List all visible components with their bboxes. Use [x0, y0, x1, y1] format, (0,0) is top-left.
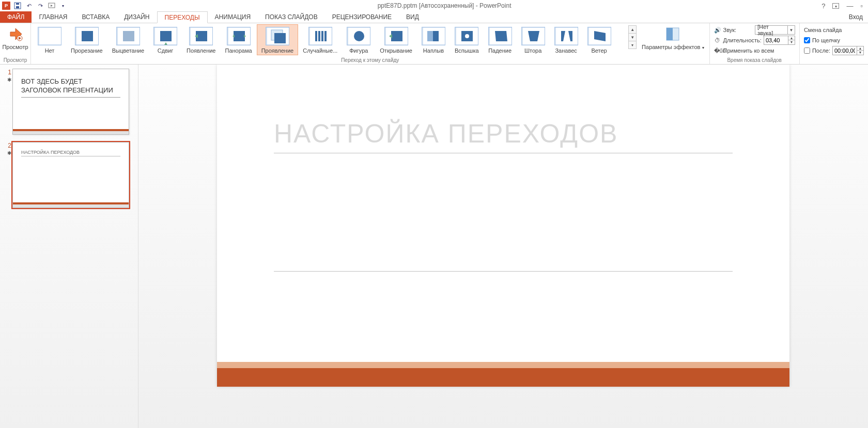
- thumb-slide-1[interactable]: ВОТ ЗДЕСЬ БУДЕТ ЗАГОЛОВОК ПРЕЗЕНТАЦИИ: [12, 69, 129, 135]
- svg-point-32: [354, 31, 364, 41]
- start-from-beginning-icon[interactable]: [48, 2, 56, 10]
- transition-indicator-icon: ✱: [7, 77, 11, 83]
- transition-curtain[interactable]: Занавес: [550, 24, 583, 55]
- minimize-icon[interactable]: —: [846, 2, 853, 10]
- transition-label: Наплыв: [423, 47, 444, 54]
- svg-rect-38: [433, 31, 439, 41]
- after-checkbox[interactable]: [804, 47, 810, 54]
- transition-none[interactable]: Нет: [33, 24, 66, 55]
- svg-rect-52: [667, 28, 673, 40]
- transition-fall-icon: [488, 27, 512, 45]
- redo-icon[interactable]: ↷: [36, 2, 44, 10]
- transition-split-icon: [227, 27, 251, 45]
- transition-flash-icon: [455, 27, 478, 45]
- transition-split[interactable]: Панорама: [220, 24, 256, 55]
- transition-push-icon: [153, 27, 177, 45]
- transition-random-icon: [308, 27, 332, 45]
- transition-push[interactable]: Сдвиг: [149, 24, 182, 55]
- transition-reveal[interactable]: Проявление: [257, 24, 299, 55]
- svg-rect-10: [82, 31, 93, 41]
- spin-up-icon[interactable]: ▲: [857, 46, 863, 51]
- transition-shape[interactable]: Фигура: [342, 24, 375, 55]
- qat-dropdown-icon[interactable]: ▾: [59, 2, 67, 10]
- on-click-checkbox[interactable]: [804, 37, 810, 43]
- svg-rect-14: [160, 31, 172, 41]
- gallery-up-icon[interactable]: ▲: [628, 25, 637, 34]
- transition-cut[interactable]: Прорезание: [66, 24, 107, 55]
- after-input[interactable]: [833, 47, 857, 54]
- transition-drape[interactable]: Штора: [517, 24, 550, 55]
- svg-marker-4: [51, 5, 53, 7]
- tab-review[interactable]: РЕЦЕНЗИРОВАНИЕ: [325, 11, 399, 23]
- spin-down-icon[interactable]: ▼: [788, 40, 795, 44]
- duration-input[interactable]: [764, 37, 788, 43]
- tab-transitions[interactable]: ПЕРЕХОДЫ: [157, 11, 208, 23]
- group-preview-label: Просмотр: [2, 57, 28, 64]
- transition-wipe-icon: [189, 27, 213, 45]
- preview-button[interactable]: Просмотр: [2, 24, 28, 51]
- app-icon[interactable]: P: [2, 2, 10, 10]
- thumb-title: НАСТРОЙКА ПЕРЕХОДОВ: [21, 150, 120, 156]
- spin-down-icon[interactable]: ▼: [857, 51, 863, 55]
- tab-file[interactable]: ФАЙЛ: [0, 11, 32, 23]
- transition-cover[interactable]: Наплыв: [417, 24, 450, 55]
- duration-spinner[interactable]: ▲▼: [764, 36, 795, 45]
- group-advance-label: [802, 57, 866, 64]
- workspace: 1✱ ВОТ ЗДЕСЬ БУДЕТ ЗАГОЛОВОК ПРЕЗЕНТАЦИИ…: [0, 65, 868, 428]
- quick-access-toolbar: P ↶ ↷ ▾: [2, 2, 67, 10]
- after-spinner[interactable]: ▲▼: [832, 46, 864, 55]
- ribbon-display-icon[interactable]: ▴: [832, 3, 839, 9]
- help-icon[interactable]: ?: [822, 2, 825, 10]
- transition-label: Выцветание: [112, 47, 144, 54]
- transition-label: Случайные...: [303, 47, 337, 54]
- group-timing-left: 🔊 Звук: [Нет звука] ▼ ⏱ Длительность: ▲▼: [710, 23, 800, 64]
- thumbnail-2[interactable]: 2✱ НАСТРОЙКА ПЕРЕХОДОВ: [5, 142, 133, 208]
- ribbon: Просмотр Просмотр НетПрорезаниеВыцветани…: [0, 23, 868, 65]
- transition-label: Занавес: [555, 47, 577, 54]
- apply-all-label: Применить ко всем: [723, 47, 774, 54]
- current-slide[interactable]: НАСТРОЙКА ПЕРЕХОДОВ: [217, 65, 789, 387]
- svg-rect-20: [234, 31, 245, 41]
- slide-title[interactable]: НАСТРОЙКА ПЕРЕХОДОВ: [274, 119, 733, 153]
- transition-fade-icon: [116, 27, 140, 45]
- sound-icon: 🔊: [714, 27, 721, 34]
- group-preview: Просмотр Просмотр: [0, 23, 31, 64]
- sound-combo[interactable]: [Нет звука] ▼: [755, 25, 795, 35]
- svg-rect-8: [39, 27, 61, 45]
- preview-label: Просмотр: [2, 44, 28, 50]
- thumb-slide-2[interactable]: НАСТРОЙКА ПЕРЕХОДОВ: [12, 142, 129, 208]
- gallery-down-icon[interactable]: ▼: [628, 33, 637, 41]
- tab-insert[interactable]: ВСТАВКА: [74, 11, 117, 23]
- transition-fade[interactable]: Выцветание: [107, 24, 149, 55]
- tab-animations[interactable]: АНИМАЦИЯ: [208, 11, 258, 23]
- gallery-more-icon[interactable]: ▾: [628, 41, 637, 49]
- transition-fall[interactable]: Падение: [484, 24, 517, 55]
- slide-accent-band: [217, 362, 789, 368]
- transition-wipe[interactable]: Появление: [182, 24, 220, 55]
- tab-slideshow[interactable]: ПОКАЗ СЛАЙДОВ: [258, 11, 325, 23]
- tab-view[interactable]: ВИД: [399, 11, 426, 23]
- transition-label: Фигура: [349, 47, 368, 54]
- svg-rect-2: [16, 3, 19, 5]
- chevron-down-icon[interactable]: ▼: [787, 26, 795, 34]
- transition-uncover-icon: [384, 27, 408, 45]
- restore-icon[interactable]: ▫: [860, 2, 863, 10]
- effect-options-label: Параметры эффектов ▾: [642, 44, 704, 51]
- transition-wind[interactable]: Ветер: [583, 24, 616, 55]
- apply-all-button[interactable]: �űű Применить ко всем: [714, 46, 795, 55]
- transition-flash[interactable]: Вспышка: [450, 24, 484, 55]
- signin-link[interactable]: Вход: [844, 11, 868, 23]
- tab-design[interactable]: ДИЗАЙН: [117, 11, 157, 23]
- transition-label: Появление: [187, 47, 215, 54]
- svg-rect-28: [318, 31, 320, 41]
- thumbnail-1[interactable]: 1✱ ВОТ ЗДЕСЬ БУДЕТ ЗАГОЛОВОК ПРЕЗЕНТАЦИИ: [5, 69, 133, 135]
- sound-label: Звук:: [723, 27, 737, 33]
- spin-up-icon[interactable]: ▲: [788, 36, 795, 40]
- transition-label: Открывание: [380, 47, 412, 54]
- undo-icon[interactable]: ↶: [25, 2, 33, 10]
- effect-options-button[interactable]: Параметры эффектов ▾: [639, 24, 707, 52]
- save-icon[interactable]: [13, 2, 22, 10]
- transition-random[interactable]: Случайные...: [298, 24, 342, 55]
- tab-home[interactable]: ГЛАВНАЯ: [32, 11, 74, 23]
- transition-uncover[interactable]: Открывание: [375, 24, 417, 55]
